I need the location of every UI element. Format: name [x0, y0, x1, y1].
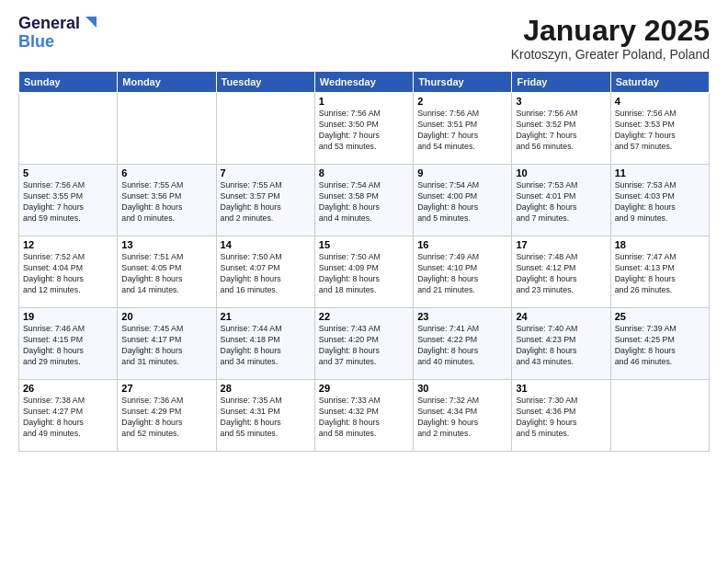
subtitle: Krotoszyn, Greater Poland, Poland — [511, 47, 710, 62]
day-number: 9 — [417, 167, 507, 178]
calendar-cell — [19, 93, 118, 165]
col-thursday: Thursday — [414, 72, 512, 93]
calendar-cell: 28Sunrise: 7:35 AM Sunset: 4:31 PM Dayli… — [216, 380, 314, 452]
page: General Blue January 2025 Krotoszyn, Gre… — [0, 0, 728, 461]
title-area: January 2025 Krotoszyn, Greater Poland, … — [511, 15, 710, 62]
calendar-cell: 20Sunrise: 7:45 AM Sunset: 4:17 PM Dayli… — [118, 308, 216, 380]
day-number: 10 — [516, 167, 606, 178]
day-info: Sunrise: 7:43 AM Sunset: 4:20 PM Dayligh… — [319, 324, 409, 368]
day-number: 27 — [121, 383, 211, 394]
calendar-cell: 13Sunrise: 7:51 AM Sunset: 4:05 PM Dayli… — [118, 236, 216, 308]
calendar-cell: 10Sunrise: 7:53 AM Sunset: 4:01 PM Dayli… — [512, 165, 610, 236]
calendar-cell: 7Sunrise: 7:55 AM Sunset: 3:57 PM Daylig… — [216, 165, 314, 236]
day-number: 26 — [23, 383, 113, 394]
col-wednesday: Wednesday — [314, 72, 413, 93]
day-number: 16 — [417, 239, 507, 250]
calendar-cell: 4Sunrise: 7:56 AM Sunset: 3:53 PM Daylig… — [610, 93, 709, 165]
logo: General Blue — [18, 15, 97, 52]
calendar-header-row: Sunday Monday Tuesday Wednesday Thursday… — [19, 72, 710, 93]
day-number: 21 — [221, 311, 311, 322]
logo-general: General — [18, 15, 80, 33]
calendar-cell: 31Sunrise: 7:30 AM Sunset: 4:36 PM Dayli… — [512, 380, 610, 452]
calendar-cell — [610, 380, 709, 452]
day-number: 11 — [615, 167, 705, 178]
day-number: 19 — [23, 311, 113, 322]
day-number: 5 — [23, 167, 113, 178]
svg-marker-0 — [85, 17, 97, 28]
calendar-cell: 12Sunrise: 7:52 AM Sunset: 4:04 PM Dayli… — [19, 236, 118, 308]
day-number: 1 — [319, 96, 409, 107]
col-sunday: Sunday — [19, 72, 118, 93]
day-info: Sunrise: 7:32 AM Sunset: 4:34 PM Dayligh… — [417, 396, 507, 440]
day-info: Sunrise: 7:56 AM Sunset: 3:53 PM Dayligh… — [615, 109, 705, 153]
calendar-week-4: 19Sunrise: 7:46 AM Sunset: 4:15 PM Dayli… — [19, 308, 710, 380]
col-friday: Friday — [512, 72, 610, 93]
day-number: 25 — [615, 311, 705, 322]
calendar-cell: 27Sunrise: 7:36 AM Sunset: 4:29 PM Dayli… — [118, 380, 216, 452]
calendar-cell: 19Sunrise: 7:46 AM Sunset: 4:15 PM Dayli… — [19, 308, 118, 380]
calendar-cell: 30Sunrise: 7:32 AM Sunset: 4:34 PM Dayli… — [414, 380, 512, 452]
day-number: 8 — [319, 167, 409, 178]
day-number: 28 — [221, 383, 311, 394]
calendar-cell: 11Sunrise: 7:53 AM Sunset: 4:03 PM Dayli… — [610, 165, 709, 236]
calendar-cell: 29Sunrise: 7:33 AM Sunset: 4:32 PM Dayli… — [314, 380, 413, 452]
calendar-cell: 24Sunrise: 7:40 AM Sunset: 4:23 PM Dayli… — [512, 308, 610, 380]
calendar-cell: 18Sunrise: 7:47 AM Sunset: 4:13 PM Dayli… — [610, 236, 709, 308]
day-number: 18 — [615, 239, 705, 250]
day-number: 15 — [319, 239, 409, 250]
day-number: 12 — [23, 239, 113, 250]
calendar-cell — [216, 93, 314, 165]
col-tuesday: Tuesday — [216, 72, 314, 93]
day-info: Sunrise: 7:53 AM Sunset: 4:03 PM Dayligh… — [615, 180, 705, 224]
day-info: Sunrise: 7:56 AM Sunset: 3:55 PM Dayligh… — [23, 180, 113, 224]
day-info: Sunrise: 7:36 AM Sunset: 4:29 PM Dayligh… — [121, 396, 211, 440]
month-title: January 2025 — [511, 15, 710, 47]
day-number: 23 — [417, 311, 507, 322]
day-info: Sunrise: 7:30 AM Sunset: 4:36 PM Dayligh… — [516, 396, 606, 440]
logo-triangle-icon — [82, 15, 97, 29]
day-info: Sunrise: 7:39 AM Sunset: 4:25 PM Dayligh… — [615, 324, 705, 368]
calendar-cell: 23Sunrise: 7:41 AM Sunset: 4:22 PM Dayli… — [414, 308, 512, 380]
calendar-cell: 22Sunrise: 7:43 AM Sunset: 4:20 PM Dayli… — [314, 308, 413, 380]
day-info: Sunrise: 7:53 AM Sunset: 4:01 PM Dayligh… — [516, 180, 606, 224]
day-info: Sunrise: 7:46 AM Sunset: 4:15 PM Dayligh… — [23, 324, 113, 368]
calendar-cell: 2Sunrise: 7:56 AM Sunset: 3:51 PM Daylig… — [414, 93, 512, 165]
day-number: 20 — [121, 311, 211, 322]
col-monday: Monday — [118, 72, 216, 93]
calendar-week-2: 5Sunrise: 7:56 AM Sunset: 3:55 PM Daylig… — [19, 165, 710, 236]
calendar-cell: 25Sunrise: 7:39 AM Sunset: 4:25 PM Dayli… — [610, 308, 709, 380]
calendar-cell: 1Sunrise: 7:56 AM Sunset: 3:50 PM Daylig… — [314, 93, 413, 165]
calendar-cell — [118, 93, 216, 165]
calendar-cell: 21Sunrise: 7:44 AM Sunset: 4:18 PM Dayli… — [216, 308, 314, 380]
day-number: 2 — [417, 96, 507, 107]
day-info: Sunrise: 7:56 AM Sunset: 3:50 PM Dayligh… — [319, 109, 409, 153]
day-info: Sunrise: 7:45 AM Sunset: 4:17 PM Dayligh… — [121, 324, 211, 368]
day-number: 29 — [319, 383, 409, 394]
day-number: 3 — [516, 96, 606, 107]
day-info: Sunrise: 7:56 AM Sunset: 3:52 PM Dayligh… — [516, 109, 606, 153]
calendar-week-1: 1Sunrise: 7:56 AM Sunset: 3:50 PM Daylig… — [19, 93, 710, 165]
day-number: 22 — [319, 311, 409, 322]
day-info: Sunrise: 7:50 AM Sunset: 4:09 PM Dayligh… — [319, 252, 409, 296]
day-info: Sunrise: 7:51 AM Sunset: 4:05 PM Dayligh… — [121, 252, 211, 296]
day-info: Sunrise: 7:54 AM Sunset: 4:00 PM Dayligh… — [417, 180, 507, 224]
day-number: 13 — [121, 239, 211, 250]
day-info: Sunrise: 7:49 AM Sunset: 4:10 PM Dayligh… — [417, 252, 507, 296]
calendar-cell: 3Sunrise: 7:56 AM Sunset: 3:52 PM Daylig… — [512, 93, 610, 165]
col-saturday: Saturday — [610, 72, 709, 93]
calendar-table: Sunday Monday Tuesday Wednesday Thursday… — [18, 71, 710, 452]
calendar-week-3: 12Sunrise: 7:52 AM Sunset: 4:04 PM Dayli… — [19, 236, 710, 308]
calendar-cell: 8Sunrise: 7:54 AM Sunset: 3:58 PM Daylig… — [314, 165, 413, 236]
day-info: Sunrise: 7:48 AM Sunset: 4:12 PM Dayligh… — [516, 252, 606, 296]
header: General Blue January 2025 Krotoszyn, Gre… — [18, 15, 710, 62]
calendar-week-5: 26Sunrise: 7:38 AM Sunset: 4:27 PM Dayli… — [19, 380, 710, 452]
logo-blue: Blue — [18, 33, 54, 52]
day-number: 30 — [417, 383, 507, 394]
day-info: Sunrise: 7:44 AM Sunset: 4:18 PM Dayligh… — [221, 324, 311, 368]
day-number: 24 — [516, 311, 606, 322]
day-info: Sunrise: 7:56 AM Sunset: 3:51 PM Dayligh… — [417, 109, 507, 153]
day-number: 14 — [221, 239, 311, 250]
calendar-cell: 9Sunrise: 7:54 AM Sunset: 4:00 PM Daylig… — [414, 165, 512, 236]
day-info: Sunrise: 7:33 AM Sunset: 4:32 PM Dayligh… — [319, 396, 409, 440]
day-number: 17 — [516, 239, 606, 250]
